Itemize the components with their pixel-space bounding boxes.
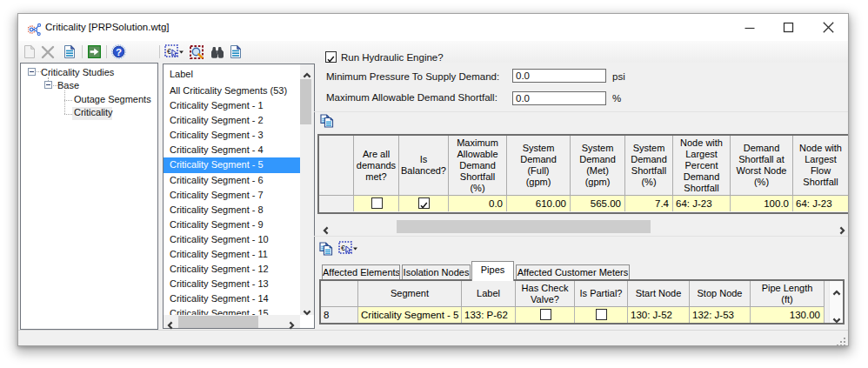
svg-text:€: € — [341, 244, 345, 252]
svg-text:€: € — [167, 47, 171, 56]
svg-text:?: ? — [116, 47, 122, 57]
